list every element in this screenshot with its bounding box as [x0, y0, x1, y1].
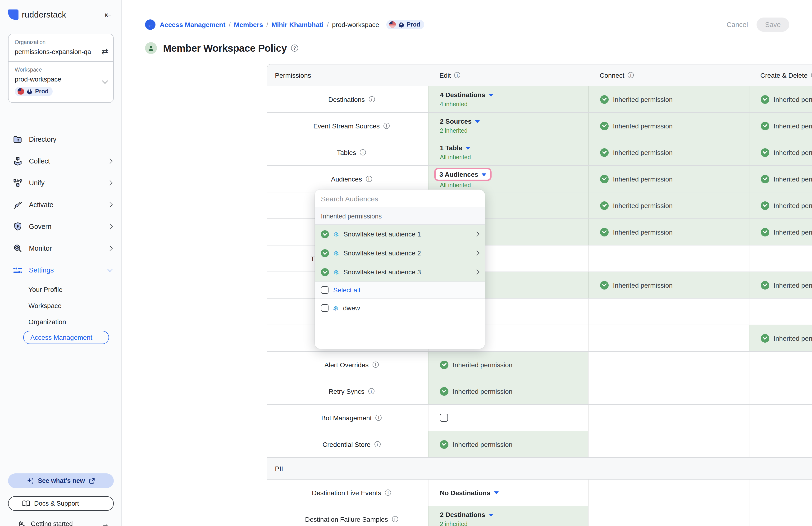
check-circle-icon: [440, 440, 448, 449]
connect-cell: Inherited permission: [588, 192, 749, 218]
check-circle-icon: [600, 175, 609, 183]
sidebar-item-collect[interactable]: Collect: [0, 150, 121, 172]
see-whats-new-button[interactable]: See what's new: [8, 473, 114, 488]
sidebar-item-directory[interactable]: Directory: [0, 128, 121, 150]
info-icon[interactable]: i: [811, 72, 812, 78]
info-icon[interactable]: i: [376, 415, 382, 421]
info-icon[interactable]: i: [628, 72, 634, 78]
select-all-row[interactable]: Select all: [315, 281, 485, 298]
docs-support-label: Docs & Support: [34, 500, 79, 507]
audience-checkbox[interactable]: [321, 304, 329, 312]
inherited-count: All inherited: [440, 154, 588, 161]
sidebar-item-monitor[interactable]: Monitor: [0, 237, 121, 259]
row-label: Retry Syncs: [329, 388, 364, 395]
info-icon[interactable]: i: [374, 441, 380, 447]
audience-item-label: dwew: [343, 304, 360, 312]
collect-icon: [12, 156, 23, 166]
check-circle-icon: [761, 175, 769, 183]
sidebar-footer: See what's new Docs & Support Getting st…: [8, 473, 114, 526]
audience-item-unchecked[interactable]: ❄ dwew: [315, 298, 485, 318]
check-circle-icon: [321, 249, 329, 257]
activate-icon: [12, 200, 23, 210]
organization-label: Organization: [15, 39, 107, 45]
select-all-checkbox[interactable]: [321, 286, 329, 294]
audiences-dropdown-button[interactable]: 3 Audiences: [436, 169, 490, 180]
inherited-permissions-section-label: Inherited permissions: [315, 208, 485, 224]
row-label: Destination Failure Samples: [305, 515, 388, 523]
sidebar-item-govern[interactable]: Govern: [0, 216, 121, 237]
prod-badge: Prod: [15, 87, 53, 96]
bot-management-checkbox[interactable]: [440, 414, 448, 422]
info-icon[interactable]: i: [392, 516, 398, 522]
check-circle-icon: [440, 360, 448, 369]
create-delete-cell: Inherited permission: [749, 86, 812, 112]
edit-cell: Inherited permission: [428, 378, 588, 404]
chevron-right-icon: [474, 269, 480, 275]
info-icon[interactable]: i: [368, 96, 375, 102]
us-flag-icon: [389, 21, 396, 28]
failure-samples-dropdown[interactable]: 2 Destinations: [440, 511, 588, 518]
destinations-dropdown[interactable]: 4 Destinations: [440, 91, 588, 99]
create-delete-cell: Inherited permission: [749, 166, 812, 192]
create-delete-cell: [749, 298, 812, 325]
info-icon[interactable]: i: [383, 123, 390, 129]
sidebar-collapse-icon[interactable]: ⇤: [103, 10, 113, 19]
settings-item-workspace[interactable]: Workspace: [0, 297, 121, 314]
connect-cell: [588, 246, 749, 272]
getting-started-button[interactable]: Getting started →: [8, 519, 114, 526]
cancel-button[interactable]: Cancel: [727, 21, 748, 28]
snowflake-icon: ❄: [333, 231, 339, 238]
info-icon[interactable]: i: [368, 388, 374, 394]
info-icon[interactable]: i: [366, 176, 372, 182]
book-icon: [22, 500, 30, 507]
edit-cell: 2 Sources 2 inherited: [428, 113, 588, 139]
info-icon[interactable]: i: [454, 72, 460, 78]
sources-dropdown[interactable]: 2 Sources: [440, 118, 588, 125]
switch-organization-icon[interactable]: ⇄: [101, 46, 108, 56]
sidebar-item-label: Monitor: [29, 245, 108, 252]
screenshot-stage: rudderstack ⇤ Organization permissions-e…: [0, 0, 812, 526]
sidebar-item-label: Collect: [29, 157, 108, 165]
search-audiences-input[interactable]: [321, 194, 479, 203]
create-delete-cell: Inherited permission: [749, 192, 812, 218]
docs-support-button[interactable]: Docs & Support: [8, 496, 114, 511]
help-icon[interactable]: ?: [291, 45, 298, 52]
tables-dropdown[interactable]: 1 Table: [440, 144, 588, 152]
live-events-dropdown[interactable]: No Destinations: [440, 489, 588, 496]
settings-item-access-management[interactable]: Access Management: [23, 331, 109, 344]
cube-icon: [27, 88, 33, 94]
sidebar-item-activate[interactable]: Activate: [0, 194, 121, 216]
breadcrumb: Access Management / Members / Mihir Kham…: [160, 20, 424, 29]
edit-cell: [428, 405, 588, 431]
breadcrumb-members[interactable]: Members: [234, 21, 263, 28]
info-icon[interactable]: i: [385, 490, 391, 496]
info-icon[interactable]: i: [372, 362, 378, 368]
sparkles-icon: [27, 477, 34, 484]
info-icon[interactable]: i: [360, 149, 366, 156]
chevron-right-icon: [107, 224, 113, 229]
organization-switcher[interactable]: Organization permissions-expansion-qa ⇄: [9, 34, 113, 62]
table-row: Audiencesi 3 Audiences All inherited Inh…: [267, 165, 812, 192]
audience-item[interactable]: ❄ Snowflake test audience 2: [315, 244, 485, 263]
breadcrumb-access-management[interactable]: Access Management: [160, 21, 226, 28]
back-button[interactable]: ←: [145, 19, 156, 30]
audience-item[interactable]: ❄ Snowflake test audience 1: [315, 224, 485, 244]
breadcrumb-member-name[interactable]: Mihir Khambhati: [272, 21, 323, 28]
us-flag-icon: [17, 88, 24, 95]
sidebar-item-unify[interactable]: Unify: [0, 172, 121, 194]
sidebar-nav: Directory Collect Unify Activate Govern: [0, 128, 121, 281]
popup-search-row: [315, 190, 485, 208]
audience-item[interactable]: ❄ Snowflake test audience 3: [315, 263, 485, 281]
audience-item-label: Snowflake test audience 1: [344, 230, 421, 238]
create-delete-cell: [749, 506, 812, 526]
settings-submenu: Your Profile Workspace Organization Acce…: [0, 281, 121, 344]
workspace-switcher[interactable]: Workspace prod-workspace Prod: [9, 62, 113, 102]
caret-down-icon: [465, 147, 470, 149]
topbar: ← Access Management / Members / Mihir Kh…: [145, 17, 789, 32]
chevron-right-icon: [107, 159, 113, 164]
settings-item-organization[interactable]: Organization: [0, 314, 121, 330]
settings-item-your-profile[interactable]: Your Profile: [0, 281, 121, 297]
create-delete-cell: [749, 480, 812, 506]
sidebar-item-settings[interactable]: Settings: [0, 259, 121, 281]
save-button[interactable]: Save: [756, 17, 789, 32]
